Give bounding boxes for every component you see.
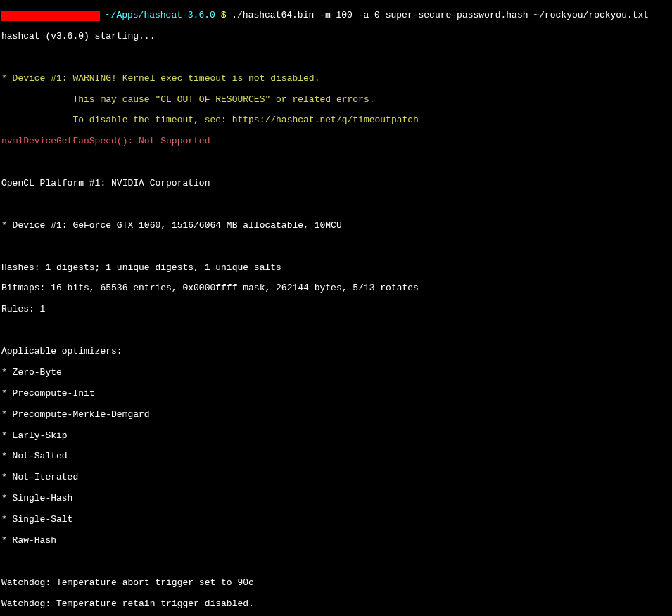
optimizer-item: * Zero-Byte: [1, 368, 671, 378]
optimizer-item: * Raw-Hash: [1, 536, 671, 546]
warn-line: To disable the timeout, see: https://has…: [1, 115, 671, 126]
hashes-line: Hashes: 1 digests; 1 unique digests, 1 u…: [1, 263, 671, 274]
optimizer-item: * Single-Salt: [1, 515, 671, 525]
blank: [1, 158, 671, 168]
platform-rule: ======================================: [1, 200, 671, 210]
prompt-line: ~/Apps/hashcat-3.6.0 $ ./hashcat64.bin -…: [1, 11, 671, 21]
optimizer-item: * Early-Skip: [1, 431, 671, 442]
starting-line: hashcat (v3.6.0) starting...: [1, 32, 671, 42]
prompt-path: ~/Apps/hashcat-3.6.0: [100, 11, 221, 21]
warn-line: This may cause "CL_OUT_OF_RESOURCES" or …: [1, 95, 671, 105]
rules-line: Rules: 1: [1, 304, 671, 315]
device-line: * Device #1: GeForce GTX 1060, 1516/6064…: [1, 221, 671, 231]
optimizer-item: * Precompute-Merkle-Demgard: [1, 410, 671, 421]
warn-line: * Device #1: WARNING! Kernel exec timeou…: [1, 74, 671, 84]
platform-line: OpenCL Platform #1: NVIDIA Corporation: [1, 179, 671, 189]
optimizer-item: * Single-Hash: [1, 494, 671, 504]
optimizer-item: * Not-Iterated: [1, 473, 671, 483]
blank: [1, 53, 671, 63]
prompt-dollar: $: [221, 11, 227, 21]
watchdog-line: Watchdog: Temperature retain trigger dis…: [1, 599, 671, 610]
optimizer-item: * Not-Salted: [1, 451, 671, 462]
prompt-command: ./hashcat64.bin -m 100 -a 0 super-secure…: [226, 11, 649, 21]
watchdog-line: Watchdog: Temperature abort trigger set …: [1, 578, 671, 589]
prompt-user-redacted: [1, 11, 100, 21]
nvml-error: nvmlDeviceGetFanSpeed(): Not Supported: [1, 136, 671, 147]
optimizers-header: Applicable optimizers:: [1, 347, 671, 357]
bitmaps-line: Bitmaps: 16 bits, 65536 entries, 0x0000f…: [1, 283, 671, 294]
blank: [1, 557, 671, 567]
blank: [1, 326, 671, 336]
optimizer-item: * Precompute-Init: [1, 389, 671, 399]
blank: [1, 242, 671, 252]
terminal-output: ~/Apps/hashcat-3.6.0 $ ./hashcat64.bin -…: [0, 0, 672, 616]
